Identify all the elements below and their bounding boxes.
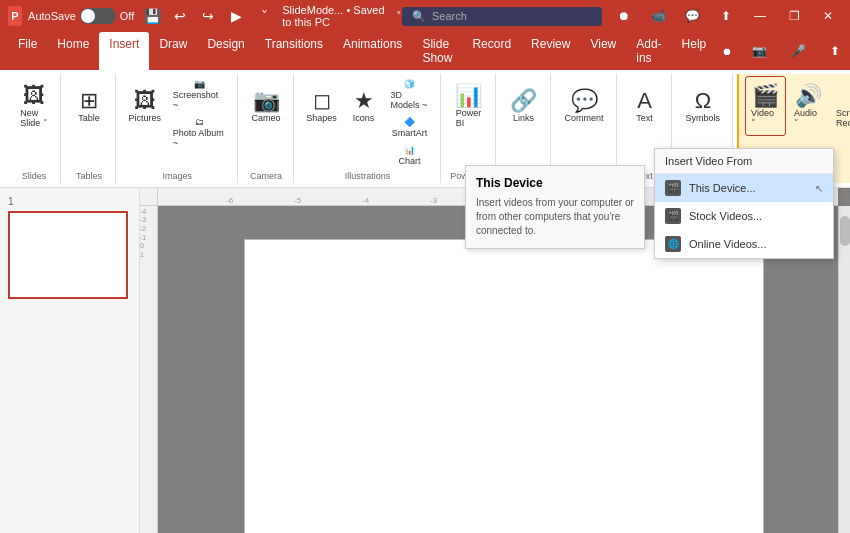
- search-box[interactable]: 🔍 Search: [402, 7, 602, 26]
- comment-button[interactable]: 💬 Comment: [559, 76, 610, 136]
- quick-access-toolbar: 💾 ↩ ↪ ▶ ˅: [140, 4, 276, 28]
- images-group: 🖼 Pictures 📷 Screenshot ~ 🗂 Photo Album …: [118, 74, 238, 183]
- symbols-label: Symbols: [686, 113, 721, 123]
- redo-button[interactable]: ↪: [196, 4, 220, 28]
- stock-icon: 🎬: [665, 208, 681, 224]
- autosave-area: AutoSave Off: [28, 8, 134, 24]
- dropdown-device-label: This Device...: [689, 182, 756, 194]
- customize-button[interactable]: ˅: [252, 4, 276, 28]
- photo-album-label: Photo Album ~: [173, 128, 226, 148]
- tab-view[interactable]: View: [580, 32, 626, 70]
- tab-animations[interactable]: Animations: [333, 32, 412, 70]
- dropdown-item-device[interactable]: 🎬 This Device... ↖: [655, 174, 833, 202]
- present-button[interactable]: ▶: [224, 4, 248, 28]
- comment-icon: 💬: [571, 90, 598, 112]
- photo-album-button[interactable]: 🗂 Photo Album ~: [168, 114, 231, 151]
- slides-buttons: 🖼 NewSlide ˅: [14, 76, 54, 169]
- tab-slideshow[interactable]: Slide Show: [412, 32, 462, 70]
- cursor-indicator: ↖: [815, 183, 823, 194]
- autosave-toggle[interactable]: [80, 8, 116, 24]
- dropdown-item-stock[interactable]: 🎬 Stock Videos...: [655, 202, 833, 230]
- tab-transitions[interactable]: Transitions: [255, 32, 333, 70]
- slides-panel: 1: [0, 188, 140, 533]
- shapes-button[interactable]: ◻ Shapes: [302, 76, 342, 136]
- document-title: SlideMode... • Saved to this PC: [282, 4, 390, 28]
- powerbi-buttons: 📊 PowerBI: [449, 76, 489, 169]
- search-placeholder: Search: [432, 10, 467, 22]
- new-slide-button[interactable]: 🖼 NewSlide ˅: [14, 76, 54, 136]
- tab-design[interactable]: Design: [197, 32, 254, 70]
- title-bar: P AutoSave Off 💾 ↩ ↪ ▶ ˅ SlideMode... • …: [0, 0, 850, 32]
- slide-canvas[interactable]: [244, 239, 764, 533]
- share-btn[interactable]: ⬆: [712, 2, 740, 30]
- video-btn[interactable]: 📹: [644, 2, 672, 30]
- tooltip-title: This Device: [476, 176, 634, 190]
- vertical-scrollbar[interactable]: [838, 206, 850, 533]
- minimize-button[interactable]: —: [746, 2, 774, 30]
- restore-button[interactable]: ❐: [780, 2, 808, 30]
- cameo-button[interactable]: 📷 Cameo: [246, 76, 287, 136]
- powerbi-button[interactable]: 📊 PowerBI: [449, 76, 489, 136]
- share-mode-icon[interactable]: ⬆: [820, 39, 850, 63]
- powerbi-icon: 📊: [455, 85, 482, 107]
- slides-group-label: Slides: [14, 169, 54, 181]
- window-controls: ⏺ 📹 💬 ⬆ — ❐ ✕: [610, 2, 842, 30]
- camera-mode-icon[interactable]: 📷: [742, 39, 777, 63]
- close-button[interactable]: ✕: [814, 2, 842, 30]
- tab-review[interactable]: Review: [521, 32, 580, 70]
- save-button[interactable]: 💾: [140, 4, 164, 28]
- video-button[interactable]: 🎬 Video ˅: [745, 76, 786, 136]
- comments-buttons: 💬 Comment: [559, 76, 610, 169]
- autosave-state: Off: [120, 10, 134, 22]
- tab-addins[interactable]: Add-ins: [626, 32, 671, 70]
- links-button[interactable]: 🔗 Links: [504, 76, 544, 136]
- shapes-label: Shapes: [306, 113, 337, 123]
- smartart-button[interactable]: 🔷 SmartArt: [386, 114, 434, 141]
- tab-insert[interactable]: Insert: [99, 32, 149, 70]
- new-slide-icon: 🖼: [23, 85, 45, 107]
- slide-number: 1: [8, 196, 131, 207]
- images-group-label: Images: [124, 169, 231, 181]
- tooltip-popup: This Device Insert videos from your comp…: [465, 165, 645, 249]
- camera-group: 📷 Cameo Camera: [240, 74, 294, 183]
- record-mode-icon[interactable]: ⏺: [716, 40, 738, 62]
- screen-recording-button[interactable]: ⏺ ScreenRecording: [831, 76, 850, 136]
- slide-thumbnail[interactable]: [8, 211, 128, 299]
- chat-btn[interactable]: 💬: [678, 2, 706, 30]
- chart-button[interactable]: 📊 Chart: [386, 142, 434, 169]
- tables-buttons: ⊞ Table: [69, 76, 109, 169]
- smartart-label: SmartArt: [392, 128, 428, 138]
- tab-file[interactable]: File: [8, 32, 47, 70]
- pictures-icon: 🖼: [134, 90, 156, 112]
- audio-button[interactable]: 🔊 Audio ˅: [788, 76, 829, 136]
- tab-record[interactable]: Record: [462, 32, 521, 70]
- tables-group-label: Tables: [69, 169, 109, 181]
- links-buttons: 🔗 Links: [504, 76, 544, 169]
- links-label: Links: [513, 113, 534, 123]
- threed-models-button[interactable]: 🧊 3D Models ~: [386, 76, 434, 113]
- screen-recording-icon: ⏺: [846, 85, 850, 107]
- links-icon: 🔗: [510, 90, 537, 112]
- tab-home[interactable]: Home: [47, 32, 99, 70]
- tables-group: ⊞ Table Tables: [63, 74, 116, 183]
- table-label: Table: [78, 113, 100, 123]
- ribbon-tab-bar: File Home Insert Draw Design Transitions…: [0, 32, 850, 70]
- pictures-button[interactable]: 🖼 Pictures: [124, 76, 166, 136]
- text-button[interactable]: A Text: [625, 76, 665, 136]
- record-icon[interactable]: ⏺: [610, 2, 638, 30]
- tab-draw[interactable]: Draw: [149, 32, 197, 70]
- search-icon: 🔍: [412, 10, 426, 23]
- video-icon: 🎬: [752, 85, 779, 107]
- icons-button[interactable]: ★ Icons: [344, 76, 384, 136]
- tab-help[interactable]: Help: [672, 32, 717, 70]
- symbols-button[interactable]: Ω Symbols: [680, 76, 727, 136]
- audio-label: Audio ˅: [794, 108, 823, 128]
- undo-button[interactable]: ↩: [168, 4, 192, 28]
- dropdown-item-online[interactable]: 🌐 Online Videos...: [655, 230, 833, 258]
- table-button[interactable]: ⊞ Table: [69, 76, 109, 136]
- mic-icon[interactable]: 🎤: [781, 39, 816, 63]
- cameo-label: Cameo: [252, 113, 281, 123]
- slides-group: 🖼 NewSlide ˅ Slides: [8, 74, 61, 183]
- illustrations-buttons: ◻ Shapes ★ Icons 🧊 3D Models ~ 🔷 SmartAr…: [302, 76, 434, 169]
- screenshot-button[interactable]: 📷 Screenshot ~: [168, 76, 231, 113]
